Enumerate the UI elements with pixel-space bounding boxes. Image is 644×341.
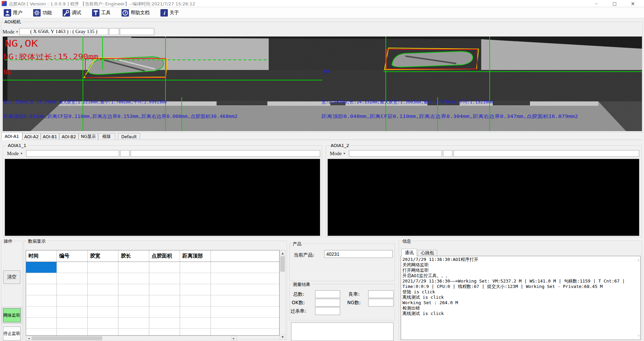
- table-cell[interactable]: [26, 262, 57, 273]
- network-listen-button[interactable]: 网络监听: [3, 308, 21, 322]
- table-cell[interactable]: [26, 318, 57, 329]
- table-row[interactable]: [26, 295, 279, 307]
- data-table[interactable]: 时间 编号 胶宽 胶长 点胶面积 距离顶部: [26, 250, 280, 336]
- table-header-cell[interactable]: 胶长: [118, 250, 149, 262]
- table-header-cell[interactable]: 胶宽: [88, 250, 118, 262]
- table-cell[interactable]: [149, 329, 180, 336]
- table-header-cell[interactable]: 编号: [57, 250, 88, 262]
- camera-image-view[interactable]: NG,OK NG:胶体过长:15.290mm, NG OK 宽:2.218mm,…: [3, 36, 642, 131]
- table-cell[interactable]: [88, 284, 118, 295]
- table-cell[interactable]: [88, 307, 118, 318]
- tab-aoi-a2[interactable]: AOI-A2: [22, 133, 41, 140]
- subview-right-field1[interactable]: [349, 150, 442, 157]
- ok-count-field[interactable]: [315, 299, 340, 307]
- scroll-down-arrow[interactable]: ▼: [280, 334, 285, 340]
- current-product-input[interactable]: [324, 250, 393, 258]
- toolbar-item-about[interactable]: i 关于: [159, 8, 180, 18]
- tab-ng-display[interactable]: NG显示: [79, 133, 98, 140]
- table-row[interactable]: [26, 307, 279, 318]
- ng-count-field[interactable]: [368, 299, 394, 307]
- subview-left-image[interactable]: [5, 159, 320, 236]
- table-cell[interactable]: [26, 284, 57, 295]
- table-cell[interactable]: [149, 307, 180, 318]
- table-cell[interactable]: [57, 273, 88, 284]
- subview-left-field2[interactable]: [120, 150, 130, 157]
- log-scroll-down-icon[interactable]: ∨: [638, 333, 640, 338]
- table-cell[interactable]: [118, 329, 149, 336]
- table-cell[interactable]: [118, 284, 149, 295]
- table-hscrollbar[interactable]: ◄ ►: [26, 336, 237, 341]
- log-area[interactable]: 2021/7/29 11:36:30:AOI程序打开关闭网络监听打开网络监听开启…: [401, 256, 641, 340]
- table-header-cell[interactable]: 点胶面积: [149, 250, 180, 262]
- subview-right-field3[interactable]: [453, 150, 639, 157]
- table-cell[interactable]: [88, 273, 118, 284]
- table-cell[interactable]: [57, 295, 88, 307]
- tab-aoi-a1[interactable]: AOI-A1: [1, 132, 22, 140]
- toolbar-item-functions[interactable]: 功能: [32, 8, 53, 18]
- toolbar-item-help[interactable]: ? 帮助文档: [120, 8, 151, 18]
- table-cell[interactable]: [149, 273, 180, 284]
- subview-right-mode-dropdown[interactable]: Mode▼: [330, 150, 346, 157]
- table-cell[interactable]: [118, 262, 149, 273]
- table-cell[interactable]: [57, 318, 88, 329]
- subview-left-field3[interactable]: [131, 150, 320, 157]
- yield-rate-field[interactable]: [368, 290, 394, 298]
- table-cell[interactable]: [26, 307, 57, 318]
- tab-aoi-b1[interactable]: AOI-B1: [41, 133, 59, 140]
- table-cell[interactable]: [118, 295, 149, 307]
- table-cell[interactable]: [26, 329, 57, 336]
- table-cell[interactable]: [88, 318, 118, 329]
- table-cell[interactable]: [26, 273, 57, 284]
- table-cell[interactable]: [149, 262, 180, 273]
- table-cell[interactable]: [88, 262, 118, 273]
- table-cell[interactable]: [180, 295, 211, 307]
- toolbar-item-tools[interactable]: 工具: [91, 8, 112, 18]
- tab-default[interactable]: Default: [118, 133, 140, 140]
- total-count-field[interactable]: [315, 290, 340, 298]
- table-row[interactable]: [26, 273, 279, 284]
- clear-button[interactable]: 清空: [3, 270, 20, 284]
- table-cell[interactable]: [149, 284, 180, 295]
- overkill-rate-field[interactable]: [315, 307, 340, 315]
- hscroll-thumb[interactable]: [32, 336, 102, 340]
- table-cell[interactable]: [118, 318, 149, 329]
- table-cell[interactable]: [57, 262, 88, 273]
- tab-aoi-b2[interactable]: AOI-B2: [59, 133, 79, 140]
- table-cell[interactable]: [57, 307, 88, 318]
- log-scroll-up-icon[interactable]: ∧: [638, 258, 640, 263]
- scroll-left-arrow[interactable]: ◄: [26, 336, 31, 341]
- scroll-up-arrow[interactable]: ▲: [280, 250, 285, 256]
- camera-field-extra[interactable]: [120, 28, 154, 35]
- toolbar-item-user[interactable]: 用户: [3, 8, 23, 18]
- table-cell[interactable]: [180, 318, 211, 329]
- subview-right-image[interactable]: [328, 159, 639, 236]
- table-header-cell[interactable]: 距离顶部: [180, 250, 211, 262]
- table-cell[interactable]: [57, 329, 88, 336]
- stop-listen-button[interactable]: 停止监听: [3, 326, 21, 341]
- camera-mode-dropdown[interactable]: Mode▼: [3, 28, 18, 35]
- table-cell[interactable]: [180, 329, 211, 336]
- camera-field-small[interactable]: [109, 28, 119, 35]
- table-row[interactable]: [26, 318, 279, 329]
- scroll-right-arrow[interactable]: ►: [231, 336, 237, 341]
- vscroll-thumb[interactable]: [280, 256, 285, 272]
- table-cell[interactable]: [180, 273, 211, 284]
- subview-left-field1[interactable]: [26, 150, 119, 157]
- table-cell[interactable]: [88, 329, 118, 336]
- close-button[interactable]: ×: [626, 0, 640, 7]
- minimize-button[interactable]: –: [590, 0, 603, 7]
- table-header-cell[interactable]: 时间: [26, 250, 57, 262]
- tab-template[interactable]: 模版: [98, 133, 115, 140]
- table-cell[interactable]: [180, 284, 211, 295]
- table-cell[interactable]: [118, 273, 149, 284]
- toolbar-item-debug[interactable]: 调试: [62, 8, 82, 18]
- table-cell[interactable]: [180, 262, 211, 273]
- maximize-button[interactable]: □: [608, 0, 621, 7]
- table-row[interactable]: [26, 284, 279, 295]
- tab-comms[interactable]: 通讯: [401, 249, 417, 256]
- table-vscrollbar[interactable]: ▲ ▼: [280, 250, 286, 340]
- table-cell[interactable]: [149, 295, 180, 307]
- tab-heartbeat[interactable]: 心跳包: [418, 250, 437, 256]
- table-cell[interactable]: [149, 318, 180, 329]
- table-cell[interactable]: [26, 295, 57, 307]
